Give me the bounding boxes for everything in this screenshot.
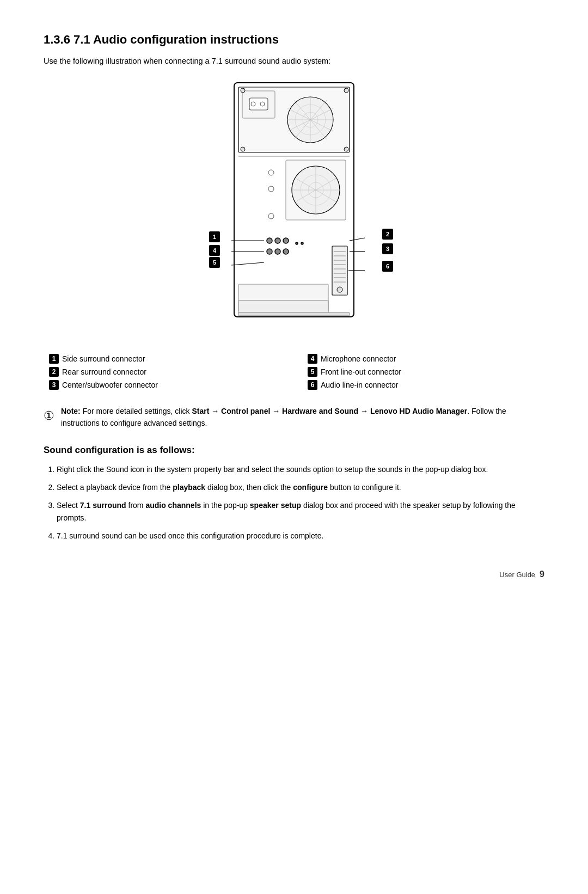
badge-6: 6 [308, 380, 317, 390]
diagram-label-6: 6 [382, 261, 393, 272]
svg-point-17 [241, 147, 245, 151]
page-footer: User Guide 9 [44, 570, 544, 579]
connector-item-4: 4 Microphone connector [308, 354, 544, 364]
step-1-text: Right click the Sound icon in the system… [57, 465, 488, 474]
connector-label-3: Center/subwoofer connector [62, 381, 158, 389]
svg-point-32 [275, 238, 280, 243]
svg-point-33 [283, 238, 289, 243]
diagram-container: 1 4 5 2 3 6 [44, 77, 544, 339]
note-icon: ① [44, 406, 54, 425]
diagram-label-4: 4 [209, 245, 220, 256]
connector-item-6: 6 Audio line-in connector [308, 380, 544, 390]
connector-item-2: 2 Rear surround connector [49, 367, 286, 377]
badge-3: 3 [49, 380, 59, 390]
pc-diagram: 1 4 5 2 3 6 [180, 77, 408, 339]
svg-point-31 [267, 238, 272, 243]
step-1: Right click the Sound icon in the system… [57, 463, 544, 476]
connector-label-2: Rear surround connector [62, 368, 146, 376]
connector-item-1: 1 Side surround connector [49, 354, 286, 364]
section-title: Sound configuration is as follows: [44, 445, 544, 456]
page-number: 9 [540, 570, 544, 579]
steps-list: Right click the Sound icon in the system… [57, 463, 544, 542]
connector-label-1: Side surround connector [62, 354, 145, 363]
page-title: 1.3.6 7.1 Audio configuration instructio… [44, 33, 544, 47]
step-4: 7.1 surround sound can be used once this… [57, 530, 544, 542]
svg-rect-51 [238, 313, 350, 316]
svg-point-16 [344, 88, 348, 93]
note-box: ① Note: For more detailed settings, clic… [44, 405, 544, 430]
svg-point-35 [301, 242, 303, 244]
diagram-label-5: 5 [209, 257, 220, 268]
badge-5: 5 [308, 367, 317, 377]
badge-4: 4 [308, 354, 317, 364]
svg-point-48 [337, 287, 342, 292]
note-text: Note: For more detailed settings, click … [61, 405, 544, 430]
svg-point-15 [241, 88, 245, 93]
badge-1: 1 [49, 354, 59, 364]
diagram-label-3: 3 [382, 243, 393, 254]
diagram-label-1: 1 [209, 231, 220, 242]
connector-item-3: 3 Center/subwoofer connector [49, 380, 286, 390]
svg-point-37 [275, 249, 280, 254]
svg-point-34 [296, 242, 298, 244]
connector-item-5: 5 Front line-out connector [308, 367, 544, 377]
badge-2: 2 [49, 367, 59, 377]
svg-point-36 [267, 249, 272, 254]
intro-text: Use the following illustration when conn… [44, 57, 544, 65]
step-3: Select 7.1 surround from audio channels … [57, 499, 544, 524]
connector-label-4: Microphone connector [321, 354, 396, 363]
connector-label-6: Audio line-in connector [321, 381, 398, 389]
svg-rect-50 [238, 301, 328, 314]
svg-point-18 [344, 147, 348, 151]
connector-label-5: Front line-out connector [321, 368, 401, 376]
connector-list: 1 Side surround connector 4 Microphone c… [49, 354, 544, 390]
diagram-label-2: 2 [382, 229, 393, 240]
step-2: Select a playback device from the playba… [57, 481, 544, 494]
footer-label: User Guide [499, 571, 535, 579]
svg-rect-12 [249, 98, 268, 110]
svg-point-38 [283, 249, 289, 254]
step-4-text: 7.1 surround sound can be used once this… [57, 531, 323, 540]
